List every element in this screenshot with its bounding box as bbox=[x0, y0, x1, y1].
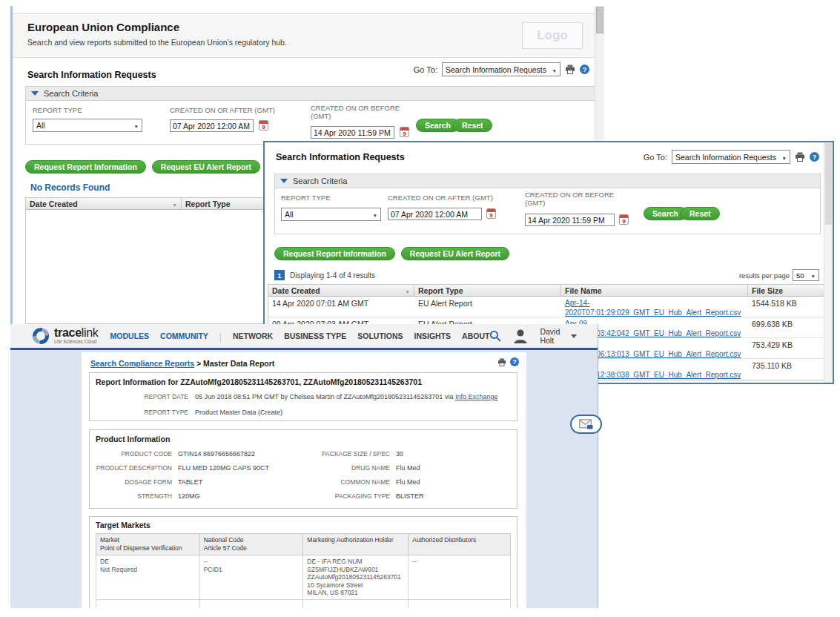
chevron-down-icon bbox=[130, 121, 139, 130]
print-icon[interactable] bbox=[795, 152, 805, 162]
user-name: David Holt bbox=[540, 327, 567, 345]
print-icon[interactable] bbox=[497, 358, 506, 366]
reset-button[interactable]: Reset bbox=[681, 207, 720, 220]
cell-market: DENot Required bbox=[96, 555, 200, 600]
nav-item-community[interactable]: COMMUNITY bbox=[160, 331, 208, 340]
nav-item-network[interactable]: NETWORK bbox=[233, 331, 273, 340]
column-header-authorized-distributors: Authorized Distributors bbox=[409, 534, 511, 555]
created-before-label: CREATED ON OR BEFORE (GMT) bbox=[311, 104, 407, 120]
user-menu[interactable]: David Holt bbox=[540, 327, 577, 345]
scrollbar-thumb[interactable] bbox=[825, 143, 832, 225]
nav-item-solutions[interactable]: SOLUTIONS bbox=[357, 331, 403, 340]
product-information-box: Product Information PRODUCT CODE GTIN14 … bbox=[89, 429, 517, 509]
goto-select[interactable]: Search Information Requests bbox=[442, 62, 560, 76]
search-criteria-header[interactable]: Search Criteria bbox=[274, 174, 821, 188]
brand-name: tracelink bbox=[54, 327, 99, 339]
report-type-select[interactable]: All bbox=[281, 208, 381, 221]
report-type-label: REPORT TYPE bbox=[96, 409, 188, 416]
nav-item-about[interactable]: ABOUT bbox=[462, 331, 489, 340]
goto-select[interactable]: Search Information Requests bbox=[672, 150, 790, 164]
column-header-file-size[interactable]: File Size bbox=[748, 285, 824, 296]
field-label: STRENGTH bbox=[96, 492, 172, 500]
scrollbar-thumb[interactable] bbox=[596, 7, 603, 33]
report-content-panel: Search Compliance Reports > Master Data … bbox=[82, 352, 526, 608]
page-subtitle: Search and view reports submitted to the… bbox=[27, 38, 287, 47]
nav-item-business-type[interactable]: BUSINESS TYPE bbox=[284, 331, 346, 340]
nav-item-insights[interactable]: INSIGHTS bbox=[414, 331, 452, 340]
report-date-row: REPORT DATE 05 Jun 2018 08:51 PM GMT by … bbox=[90, 393, 517, 400]
per-page-value: 50 bbox=[796, 271, 804, 280]
calendar-icon[interactable] bbox=[486, 208, 496, 219]
cell-file-size: 735.110 KB bbox=[748, 359, 824, 380]
help-icon[interactable] bbox=[510, 357, 519, 366]
product-info-row: PRODUCT CODE GTIN14 86976656667822 PACKA… bbox=[90, 450, 517, 458]
file-link[interactable]: Apr-14- bbox=[565, 299, 744, 308]
field-label: PACKAGING TYPE bbox=[302, 492, 390, 500]
page-title: European Union Compliance bbox=[27, 21, 179, 33]
column-header-date-created[interactable]: Date Created bbox=[268, 285, 414, 296]
target-markets-empty-row bbox=[96, 599, 511, 608]
help-icon[interactable] bbox=[810, 152, 819, 162]
help-icon[interactable] bbox=[580, 65, 589, 74]
tracelink-logo[interactable]: tracelink Life Sciences Cloud bbox=[31, 326, 99, 346]
info-exchange-link[interactable]: Info Exchange bbox=[455, 393, 498, 400]
avatar[interactable] bbox=[512, 327, 529, 345]
created-after-label: CREATED ON OR AFTER (GMT) bbox=[388, 194, 493, 202]
breadcrumb-current: Master Data Report bbox=[203, 359, 274, 368]
goto-label: Go To: bbox=[644, 153, 667, 162]
created-before-input[interactable]: 14 Apr 2020 11:59 PM bbox=[525, 214, 615, 226]
page-header-band: European Union Compliance Search and vie… bbox=[13, 13, 595, 58]
cell-file-size: 699.638 KB bbox=[748, 317, 824, 337]
cell-file-name: Apr-14- 2020T07:01:29:029_GMT_EU_Hub_Ale… bbox=[561, 297, 748, 317]
request-report-information-button[interactable]: Request Report Information bbox=[25, 160, 146, 174]
column-label: Report Type bbox=[418, 286, 463, 295]
report-type-select[interactable]: All bbox=[33, 119, 142, 132]
column-header-file-name[interactable]: File Name bbox=[561, 285, 748, 296]
search-criteria-label: Search Criteria bbox=[293, 176, 347, 185]
page-number-button[interactable]: 1 bbox=[274, 270, 285, 280]
request-eu-alert-report-button[interactable]: Request EU Alert Report bbox=[152, 160, 260, 174]
request-buttons-row: Request Report Information Request EU Al… bbox=[274, 247, 509, 260]
field-label: COMMON NAME bbox=[302, 478, 390, 486]
request-report-information-button[interactable]: Request Report Information bbox=[274, 247, 395, 260]
field-value: BLISTER bbox=[396, 492, 424, 500]
print-icon[interactable] bbox=[565, 65, 575, 74]
field-value: Flu Med bbox=[396, 478, 420, 486]
cell-date-created: 14 Apr 2020 07:01 AM GMT bbox=[268, 297, 414, 317]
nav-item-modules[interactable]: MODULES bbox=[110, 331, 150, 340]
calendar-icon[interactable] bbox=[619, 214, 629, 225]
search-icon[interactable] bbox=[489, 330, 501, 342]
reset-button[interactable]: Reset bbox=[453, 119, 492, 132]
column-label: Date Created bbox=[272, 286, 320, 295]
breadcrumb-link[interactable]: Search Compliance Reports bbox=[90, 359, 194, 368]
calendar-icon[interactable] bbox=[400, 127, 409, 137]
created-before-label: CREATED ON OR BEFORE (GMT) bbox=[525, 191, 621, 207]
cell-report-type: EU Alert Report bbox=[414, 297, 561, 317]
target-markets-data-row: DENot Required --PCID1 DE - IFA REG NUM … bbox=[96, 555, 511, 600]
report-information-title: Report Information for ZZAutoMfg20180523… bbox=[96, 377, 511, 386]
report-type-value: All bbox=[285, 210, 294, 219]
goto-label: Go To: bbox=[414, 65, 437, 74]
per-page-select[interactable]: 50 bbox=[793, 269, 819, 281]
chevron-down-icon bbox=[778, 153, 787, 162]
calendar-icon[interactable] bbox=[259, 120, 268, 131]
created-after-input[interactable]: 07 Apr 2020 12:00 AM bbox=[170, 119, 254, 132]
envelope-icon bbox=[579, 419, 593, 429]
report-type-label: REPORT TYPE bbox=[281, 194, 331, 202]
column-header-report-type[interactable]: Report Type bbox=[414, 285, 561, 296]
search-criteria-panel: Search Criteria REPORT TYPE All CREATED … bbox=[25, 86, 597, 145]
created-after-input[interactable]: 07 Apr 2020 12:00 AM bbox=[388, 208, 482, 220]
field-value: TABLET bbox=[178, 478, 302, 486]
request-eu-alert-report-button[interactable]: Request EU Alert Report bbox=[401, 247, 509, 260]
column-label: Date Created bbox=[30, 199, 78, 208]
feedback-envelope-button[interactable] bbox=[570, 415, 602, 434]
column-header-date-created[interactable]: Date Created bbox=[26, 198, 182, 209]
scrollbar[interactable] bbox=[824, 142, 833, 383]
file-link[interactable]: 2020T07:01:29:029_GMT_EU_Hub_Alert_Repor… bbox=[565, 308, 744, 317]
created-before-input[interactable]: 14 Apr 2020 11:59 PM bbox=[311, 126, 394, 139]
collapse-triangle-icon bbox=[31, 91, 39, 96]
search-criteria-header[interactable]: Search Criteria bbox=[25, 86, 597, 101]
goto-select-value: Search Information Requests bbox=[446, 65, 546, 74]
product-info-row: PRODUCT DESCRIPTION FLU MED 120MG CAPS 9… bbox=[90, 464, 517, 472]
desktop: European Union Compliance Search and vie… bbox=[0, 0, 840, 617]
